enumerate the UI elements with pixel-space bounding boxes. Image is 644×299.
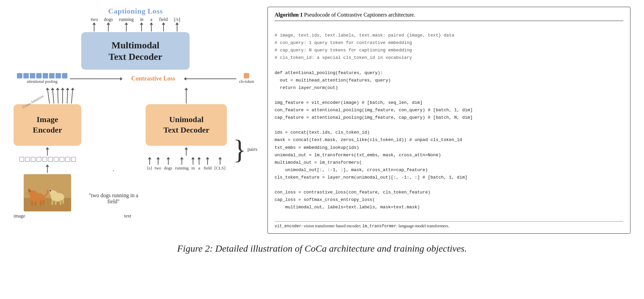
footer-text2: : vision transformer based encoder;	[301, 224, 362, 228]
arrowhead	[46, 147, 49, 150]
captioning-loss-label: Captioning Loss	[108, 7, 163, 16]
ca-arrow-5	[65, 88, 69, 104]
attentional-pooling-label: attentional pooling	[27, 79, 57, 84]
output-token-field: field	[159, 17, 168, 31]
algorithm-title-bold: Algorithm 1	[275, 12, 303, 18]
pairs-label: pairs	[248, 146, 257, 152]
arrow-up-dogs	[107, 22, 110, 31]
svg-point-14	[50, 190, 51, 191]
dog-illustration	[24, 174, 71, 211]
footer-lm-transformer: lm_transformer	[362, 224, 396, 229]
unimodal-col: UnimodalText Decoder [s]	[146, 88, 227, 211]
output-token-two: two	[91, 17, 98, 31]
code-line-con-loss: con_loss = contrastive_loss(con_feature,…	[275, 190, 430, 195]
arrowhead	[185, 147, 188, 150]
shaft	[126, 25, 127, 31]
arrowhead	[125, 22, 128, 25]
shaft	[186, 150, 187, 156]
arrowhead	[218, 157, 222, 159]
code-line-return: return layer_norm(out)	[275, 85, 338, 90]
output-token-in: in	[140, 17, 144, 31]
it-arrow-5: in	[191, 157, 195, 171]
shaft	[94, 25, 94, 31]
multi-arrows	[47, 88, 74, 104]
arrow-up-field	[162, 22, 165, 31]
blue-token-squares	[17, 73, 67, 78]
multimodal-decoder-box: MultimodalText Decoder	[81, 32, 190, 70]
token-label-running: running	[119, 17, 134, 22]
orange-token-square	[244, 73, 249, 78]
shaft	[168, 159, 169, 165]
token-label-a: a	[150, 17, 152, 22]
code-line-txt-embs: txt_embs = embedding_lookup(ids)	[275, 145, 359, 150]
arrowhead	[150, 22, 153, 25]
shaft	[177, 25, 177, 31]
output-tokens: two dogs running	[91, 17, 180, 31]
ca-arrow-1	[46, 88, 51, 104]
token-label-eos: [/s]	[174, 17, 180, 22]
it-label-s: [s]	[147, 165, 152, 171]
ca-arrow-6	[70, 88, 74, 104]
image-encoder-col: Cross-Attention	[14, 88, 81, 211]
arrowhead	[46, 164, 49, 167]
shaft	[47, 167, 48, 173]
encoders-row: Cross-Attention	[14, 88, 257, 211]
svg-point-6	[28, 189, 30, 192]
arrow-up-img	[46, 164, 49, 173]
shaft	[67, 90, 68, 104]
text-example: "two dogs running in a field"	[85, 192, 142, 205]
blue-sq-2	[23, 73, 29, 78]
ca-arrow-4	[61, 88, 64, 104]
shaft	[71, 90, 73, 104]
shaft	[199, 159, 199, 165]
comma-separator: ,	[113, 167, 114, 172]
patch-sq-6	[48, 157, 53, 162]
image-label: image	[14, 213, 25, 219]
footer-text4: : language-model transformers.	[396, 224, 450, 228]
patch-tokens	[19, 157, 76, 162]
patch-sq-7	[54, 157, 59, 162]
bottom-labels: image text	[14, 213, 257, 219]
arrowhead-left	[184, 77, 186, 80]
contrastive-row: attentional pooling Contrastive Loss	[14, 73, 257, 84]
arrow-up-a	[150, 22, 153, 31]
code-line-multimodal1: multimodal_out = lm_transformers(	[275, 160, 362, 165]
code-line-def-attn: def attentional_pooling(features, query)…	[275, 70, 383, 75]
arrowhead	[180, 157, 184, 159]
arrow-up-eos	[175, 22, 179, 31]
it-label-in: in	[191, 165, 195, 171]
output-token-a: a	[150, 17, 153, 31]
patch-sq-8	[60, 157, 64, 162]
shaft	[193, 159, 193, 165]
code-line-cap-loss1: cap_loss = softmax_cross_entropy_loss(	[275, 197, 375, 202]
shaft	[52, 90, 54, 104]
cross-attn-arrows: Cross-Attention	[21, 88, 74, 104]
arrowhead	[92, 22, 96, 25]
code-comment-2: # con_query: 1 query token for contrasti…	[275, 40, 412, 45]
blue-sq-3	[30, 73, 35, 78]
it-label-two: two	[155, 165, 162, 171]
shaft	[207, 159, 208, 165]
svg-rect-9	[40, 201, 42, 206]
blue-sq-1	[17, 73, 22, 78]
arrowhead	[167, 157, 170, 159]
code-line-img-feat: img_feature = vit_encoder(image) # [batc…	[275, 100, 423, 105]
arrowhead	[162, 22, 165, 25]
code-line-mask: mask = concat(text.mask, zeros_like(cls_…	[275, 137, 462, 142]
code-comment-1: # image, text.ids, text.labels, text.mas…	[275, 33, 454, 38]
unimodal-decoder-box: UnimodalText Decoder	[146, 104, 227, 145]
svg-rect-10	[43, 200, 44, 205]
arrow-right-contrastive	[70, 77, 123, 80]
svg-rect-17	[60, 200, 61, 205]
code-comment-4: # cls_token_id: a special cls_token_id i…	[275, 55, 412, 60]
figure-caption: Figure 2: Detailed illustration of CoCa …	[177, 243, 467, 254]
it-arrow-3: dogs	[164, 157, 172, 171]
it-arrow-7: field	[203, 157, 212, 171]
arrowhead	[107, 22, 110, 25]
token-label-dogs: dogs	[104, 17, 113, 22]
output-token-eos: [/s]	[174, 17, 180, 31]
patch-sq-3	[31, 157, 36, 162]
code-block: # image, text.ids, text.labels, text.mas…	[275, 24, 623, 218]
arrowhead-right	[120, 77, 123, 80]
arrowhead	[206, 157, 209, 159]
